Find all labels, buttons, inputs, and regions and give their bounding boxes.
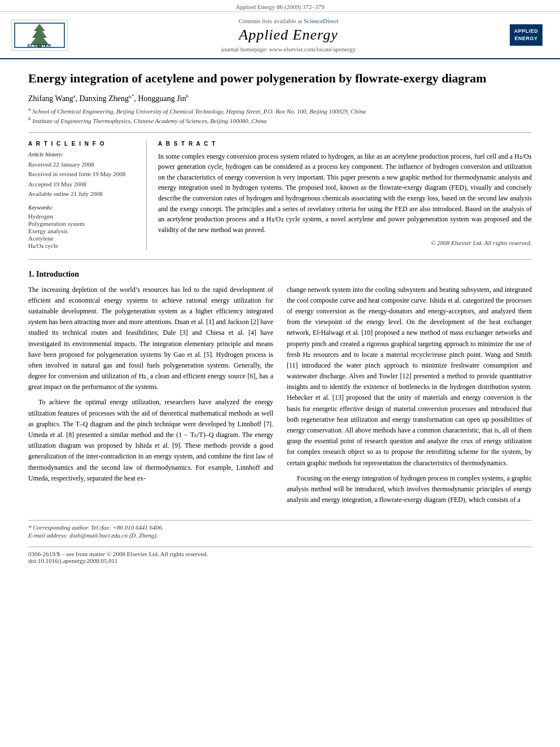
journal-header: ELSEVIER Contents lists available at Sci…: [0, 12, 560, 59]
main-content: Energy integration of acetylene and powe…: [0, 59, 560, 581]
abstract-col: A B S T R A C T In some complex energy c…: [158, 141, 532, 250]
two-col-body: The increasing depletion of the world’s …: [28, 285, 532, 510]
article-info-col: A R T I C L E I N F O Article history: R…: [28, 141, 147, 250]
affiliation-a: a School of Chemical Engineering, Beijin…: [28, 106, 532, 115]
keyword-1: Hydrogen: [28, 213, 138, 220]
body-col-left: The increasing depletion of the world’s …: [28, 285, 273, 510]
keywords-label: Keywords:: [28, 204, 138, 211]
applied-energy-badge: APPLIED ENERGY: [510, 24, 543, 45]
affiliation-b: b Institute of Engineering Thermophysics…: [28, 116, 532, 124]
authors-line: Zhifang Wanga, Danxing Zhenga,*, Honggua…: [28, 94, 532, 103]
publisher-logo-area: ELSEVIER: [11, 20, 73, 51]
divider-after-affiliations: [28, 132, 532, 133]
keyword-5: H₂/O₂ cycle: [28, 242, 138, 250]
section-1: 1. Introduction The increasing depletion…: [28, 270, 532, 510]
body-p2-right: Focusing on the energy integration of hy…: [287, 473, 532, 506]
accepted-date: Accepted 19 May 2008: [28, 180, 138, 189]
doi-line: doi:10.1016/j.apenergy.2008.05.011: [28, 557, 532, 564]
article-info-row: A R T I C L E I N F O Article history: R…: [28, 141, 532, 250]
section-1-title: 1. Introduction: [28, 270, 532, 279]
svg-text:ELSEVIER: ELSEVIER: [28, 43, 52, 47]
journal-title: Applied Energy: [73, 27, 504, 43]
copyright-line: © 2008 Elsevier Ltd. All rights reserved…: [158, 239, 532, 246]
abstract-text: In some complex energy conversion proces…: [158, 151, 532, 235]
svg-marker-0: [30, 24, 49, 45]
bottom-info: 0306-2619/$ – see front matter © 2008 El…: [28, 547, 532, 564]
issn-line: 0306-2619/$ – see front matter © 2008 El…: [28, 551, 532, 557]
keyword-3: Exergy analysis: [28, 228, 138, 234]
keyword-4: Acetylene: [28, 235, 138, 242]
body-col-right: change network system into the cooling s…: [287, 285, 532, 510]
received-revised-date: Received in revised form 19 May 2008: [28, 169, 138, 179]
author-c-name: Hongguang Jin: [138, 94, 186, 102]
corresponding-author: * Corresponding author. Tel./fax: +86 01…: [28, 524, 532, 531]
journal-badge-area: APPLIED ENERGY: [504, 24, 549, 45]
abstract-label: A B S T R A C T: [158, 141, 532, 147]
journal-homepage: journal homepage: www.elsevier.com/locat…: [73, 46, 504, 53]
keyword-2: Polygeneration system: [28, 220, 138, 227]
body-p2-left: To achieve the optimal energy utilizatio…: [28, 397, 273, 484]
article-title: Energy integration of acetylene and powe…: [28, 71, 532, 87]
sciencedirect-link: Contents lists available at ScienceDirec…: [73, 18, 504, 24]
footnote-section: * Corresponding author. Tel./fax: +86 01…: [28, 520, 532, 539]
journal-info-center: Contents lists available at ScienceDirec…: [73, 18, 504, 53]
body-p1-left: The increasing depletion of the world’s …: [28, 285, 273, 393]
author-a-name: Zhifang Wang: [28, 94, 73, 102]
author-a-super: a: [73, 94, 76, 99]
journal-reference: Applied Energy 86 (2009) 372–379: [0, 0, 560, 12]
author-c-super: b: [186, 94, 189, 99]
article-info-label: A R T I C L E I N F O: [28, 141, 138, 147]
body-p1-right: change network system into the cooling s…: [287, 285, 532, 469]
received-date: Received 22 January 2008: [28, 160, 138, 169]
history-label: Article history:: [28, 151, 138, 158]
divider-before-body: [28, 259, 532, 260]
author-b-super: a,*: [129, 94, 134, 99]
elsevier-logo-svg: ELSEVIER: [14, 23, 65, 48]
elsevier-logo: ELSEVIER: [11, 20, 68, 51]
available-date: Available online 21 July 2008: [28, 189, 138, 199]
author-b-name: Danxing Zheng: [79, 94, 128, 102]
email-address: E-mail address: dxzh@mail.buct.edu.cn (D…: [28, 532, 532, 539]
